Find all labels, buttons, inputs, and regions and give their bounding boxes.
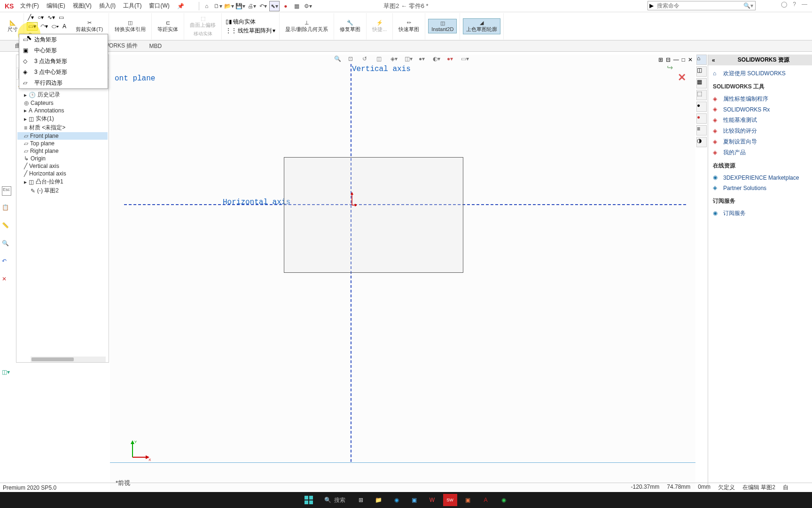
menu-insert[interactable]: 插入(I) [95,2,119,10]
menu-edit[interactable]: 编辑(E) [43,2,69,10]
rx-link[interactable]: ◈SOLIDWORKS Rx [713,104,807,115]
viewport[interactable]: 🔍 ⊡ ↺ ◫ ◈▾ ◫▾ ●▾ ◐▾ ●▾ ▭▾ ⊞ ⊟ — □ ✕ ↪ ✕ … [110,55,695,490]
minimize-icon[interactable]: — [802,1,807,8]
magnify-icon[interactable]: 🔍 [2,240,11,249]
mirror-button[interactable]: ▯▮ 镜向实体 [225,17,257,26]
rtab-2[interactable]: ◫ [696,66,707,77]
print-icon[interactable]: 🖨▾ [247,1,257,11]
measure-icon[interactable]: 📏 [2,222,11,231]
save-icon[interactable]: 💾▾ [235,1,246,11]
parallelogram-item[interactable]: ▱ 平行四边形 [19,78,108,88]
ppt-icon[interactable]: ▣ [461,494,475,506]
search-box[interactable]: ▶ 🔍▾ [648,1,756,10]
benchmark-link[interactable]: ◈性能基准测试 [713,115,807,126]
collapse-icon[interactable]: « [712,57,715,64]
explorer-icon[interactable]: 📁 [372,494,386,506]
tree-haxis[interactable]: ╱ Horizontal axis [17,170,108,177]
three-point-center-rect-item[interactable]: ◈ 3 点中心矩形 [19,67,108,78]
convert-entities-button[interactable]: ◫ 转换实体引用 [112,19,148,34]
settings-icon[interactable]: ⚙▾ [303,1,313,11]
new-icon[interactable]: 🗋▾ [213,1,223,11]
corner-rectangle-item[interactable]: ▭ 边角矩形 [19,34,108,45]
offset-entities-button[interactable]: ⊏ 等距实体 [155,19,181,34]
marketplace-link[interactable]: ◉3DEXPERIENCE Marketplace [713,173,807,183]
taskview-icon[interactable]: ⊞ [354,494,368,506]
rtab-6[interactable]: ● [696,113,707,124]
tree-front-plane[interactable]: ▱ Front plane [17,132,108,140]
menu-window[interactable]: 窗口(W) [145,2,173,10]
dimension-button[interactable]: 📐 尺寸 [5,19,21,34]
select-icon[interactable]: ⬉▾ [269,1,280,11]
rectangle-tool[interactable]: ▭▾ [27,22,38,31]
trim-entities-button[interactable]: ✂ 剪裁实体(T) [73,19,106,34]
tree-sketch2[interactable]: ✎ (-) 草图2 [17,186,108,195]
copy-settings-link[interactable]: ◈夏制设置向导 [713,136,807,147]
rtab-4[interactable]: ⬚ [696,90,707,100]
tree-boss[interactable]: ▸◫ 凸台-拉伸1 [17,177,108,186]
delete-icon[interactable]: ✕ [2,276,11,285]
zoom-area-icon[interactable]: ⊡ [348,56,359,66]
tree-origin[interactable]: ↳ Origin [17,155,108,162]
options-icon[interactable]: ▦ [292,1,302,11]
rtab-1[interactable]: ⌂ [696,55,707,65]
vp-min-icon[interactable]: — [673,56,679,63]
prev-view-icon[interactable]: ↺ [362,56,373,66]
rtab-7[interactable]: ≡ [696,125,707,135]
sketch-confirm-icon[interactable]: ↪ [667,63,673,72]
tree-scrollbar[interactable] [31,357,106,362]
vp-tile-icon[interactable]: ⊞ [658,56,663,63]
shaded-contour-button[interactable]: ◢ 上色草图轮廓 [463,18,500,34]
rtab-8[interactable]: ◑ [696,137,707,147]
appearance-icon[interactable]: ●▾ [447,56,457,66]
spline-tool[interactable]: ∿▾ [47,14,56,21]
rapid-sketch-button[interactable]: ✏ 快速草图 [396,19,422,34]
tree-right-plane[interactable]: ▱ Right plane [17,147,108,155]
section-icon[interactable]: ◫ [376,56,387,66]
scene-icon[interactable]: ◐▾ [433,56,443,66]
menu-pin-icon[interactable]: 📌 [173,3,188,9]
sketch-exit-icon[interactable]: ✕ [678,71,686,84]
edge-icon[interactable]: ◉ [390,494,404,506]
rebuild-icon[interactable]: ● [281,1,291,11]
center-rectangle-item[interactable]: ▣ 中心矩形 [19,45,108,56]
ellipse-tool[interactable]: ⬭▾ [51,22,60,31]
tree-history[interactable]: ▸🕒 历史记录 [17,90,108,99]
wechat-icon[interactable]: ◉ [497,494,511,506]
orient-icon[interactable]: ◫▾ [405,56,415,66]
trim-extend-tool[interactable]: ▭ [58,14,65,21]
undo2-icon[interactable]: ↶ [2,258,11,267]
sketch-rectangle[interactable] [284,157,463,273]
vp-split-icon[interactable]: ⊟ [666,56,671,63]
tree-annotations[interactable]: ▸A Annotations [17,107,108,114]
taskbar-search[interactable]: 🔍 搜索 [320,496,350,504]
cube-icon[interactable]: ◫▾ [2,369,11,378]
store-icon[interactable]: ▣ [407,494,422,506]
undo-icon[interactable]: ↶▾ [258,1,268,11]
user-icon[interactable]: ◯ [781,1,787,8]
open-icon[interactable]: 📂▾ [224,1,234,11]
home-icon[interactable]: ⌂ [202,1,212,11]
tree-vaxis[interactable]: ╱ Vertical axis [17,162,108,170]
arc-tool[interactable]: ◠▾ [39,22,49,31]
property-tag-link[interactable]: ◈属性标签编制程序 [713,94,807,104]
relations-button[interactable]: ⊥ 显示/删除几何关系 [282,19,331,34]
clipboard-icon[interactable]: 📋 [2,204,11,214]
wps-icon[interactable]: W [425,494,439,506]
shade-icon[interactable]: ●▾ [419,56,429,66]
rtab-5[interactable]: ● [696,102,707,112]
subscription-link[interactable]: ◉订阅服务 [713,208,807,219]
pattern-button[interactable]: ⋮⋮ 线性草图阵列 ▾ [225,26,276,35]
repair-sketch-button[interactable]: 🔧 修复草图 [337,19,363,34]
search-input[interactable] [655,2,742,9]
my-products-link[interactable]: ◈我的产品 [713,147,807,158]
display-icon[interactable]: ◈▾ [390,56,401,66]
tree-material[interactable]: ≡ 材质 <未指定> [17,123,108,132]
vp-close-icon[interactable]: ✕ [688,56,693,63]
instant2d-button[interactable]: ◫ Instant2D [428,19,457,33]
menu-view[interactable]: 视图(V) [69,2,95,10]
search-icon[interactable]: 🔍▾ [742,2,755,9]
tree-top-plane[interactable]: ▱ Top plane [17,140,108,147]
three-point-corner-rect-item[interactable]: ◇ 3 点边角矩形 [19,56,108,67]
menu-tools[interactable]: 工具(T) [119,2,145,10]
rtab-3[interactable]: ▦ [696,78,707,88]
